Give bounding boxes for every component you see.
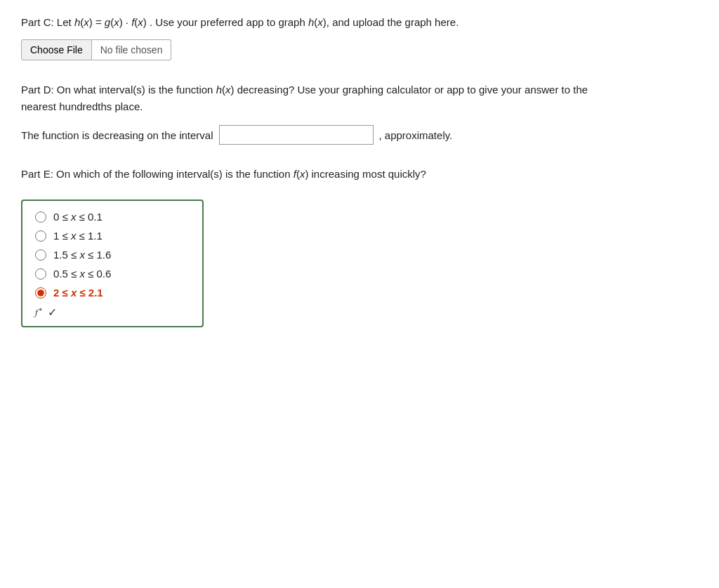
radio-option-3[interactable]: 1.5 ≤ x ≤ 1.6	[35, 249, 190, 261]
radio-input-4[interactable]	[35, 268, 46, 280]
radio-option-2[interactable]: 1 ≤ x ≤ 1.1	[35, 230, 190, 242]
part-c-description: Part C: Let h(x) = g(x) · f(x) . Use you…	[21, 14, 611, 31]
part-e-label: Part E:	[21, 168, 53, 180]
part-e-description: Part E: On which of the following interv…	[21, 166, 611, 183]
part-c-formula: h(x) = g(x) · f(x)	[74, 16, 147, 28]
choose-file-button[interactable]: Choose File	[21, 39, 92, 60]
part-d-text-content: On what interval(s) is the function h(x)…	[21, 84, 588, 112]
checkmark-icon: ✓	[48, 306, 57, 319]
part-d-label: Part D:	[21, 84, 54, 96]
radio-option-4[interactable]: 0.5 ≤ x ≤ 0.6	[35, 268, 190, 280]
part-c-suffix: . Use your preferred app to graph h(x), …	[150, 16, 459, 28]
part-c-section: Part C: Let h(x) = g(x) · f(x) . Use you…	[21, 14, 611, 60]
no-file-label: No file chosen	[92, 39, 172, 60]
radio-input-5[interactable]	[35, 287, 46, 299]
file-upload-area: Choose File No file chosen	[21, 39, 611, 60]
interval-row: The function is decreasing on the interv…	[21, 125, 611, 145]
radio-label-2[interactable]: 1 ≤ x ≤ 1.1	[53, 230, 103, 242]
radio-input-2[interactable]	[35, 230, 46, 242]
check-icon-row: 𝑓⚬ ✓	[35, 306, 190, 319]
sentence-suffix: , approximately.	[379, 129, 453, 141]
radio-input-3[interactable]	[35, 249, 46, 261]
interval-input[interactable]	[219, 125, 374, 145]
part-d-description: Part D: On what interval(s) is the funct…	[21, 81, 611, 115]
radio-label-1[interactable]: 0 ≤ x ≤ 0.1	[53, 211, 103, 223]
part-e-text-content: On which of the following interval(s) is…	[56, 168, 426, 180]
radio-label-4[interactable]: 0.5 ≤ x ≤ 0.6	[53, 268, 111, 280]
part-d-section: Part D: On what interval(s) is the funct…	[21, 81, 611, 145]
part-c-label: Part C:	[21, 16, 54, 28]
radio-option-1[interactable]: 0 ≤ x ≤ 0.1	[35, 211, 190, 223]
radio-options-box: 0 ≤ x ≤ 0.1 1 ≤ x ≤ 1.1 1.5 ≤ x ≤ 1.6 0.…	[21, 200, 204, 327]
part-e-section: Part E: On which of the following interv…	[21, 166, 611, 327]
radio-label-5[interactable]: 2 ≤ x ≤ 2.1	[53, 287, 103, 299]
radio-label-3[interactable]: 1.5 ≤ x ≤ 1.6	[53, 249, 111, 261]
radio-option-5[interactable]: 2 ≤ x ≤ 2.1	[35, 287, 190, 299]
radio-input-1[interactable]	[35, 211, 46, 223]
part-c-prefix: Let	[57, 16, 74, 28]
sentence-prefix: The function is decreasing on the interv…	[21, 129, 213, 141]
small-function-icon: 𝑓⚬	[35, 306, 44, 318]
